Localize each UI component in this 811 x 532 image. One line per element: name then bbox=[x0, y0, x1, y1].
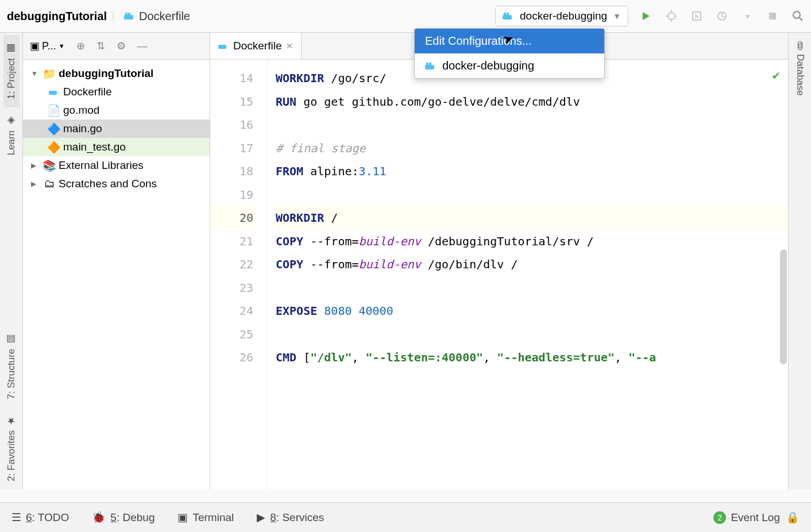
dockerfile-icon bbox=[48, 87, 60, 97]
folder-icon: 📁 bbox=[44, 68, 55, 79]
tree-root[interactable]: ▼ 📁 debuggingTutorial bbox=[23, 64, 210, 83]
chevron-right-icon: ▶ bbox=[31, 180, 40, 188]
project-tree[interactable]: ▼ 📁 debuggingTutorial Dockerfile 📄 go.mo… bbox=[23, 60, 210, 198]
svg-rect-20 bbox=[218, 45, 226, 49]
event-log-label: Event Log bbox=[731, 511, 780, 524]
svg-line-15 bbox=[800, 18, 802, 21]
services-key: 8 bbox=[270, 511, 276, 523]
gear-icon[interactable]: ⚙ bbox=[117, 40, 126, 52]
favorites-tool-tab[interactable]: 2: Favorites ★ bbox=[3, 407, 20, 489]
debug-key: 5 bbox=[110, 511, 117, 523]
chevron-right-icon: 〉 bbox=[110, 9, 121, 23]
project-toolbar: ▣ P... ▼ ⊕ ⇅ ⚙ — bbox=[23, 33, 210, 60]
project-view-label: P... bbox=[42, 40, 56, 52]
breadcrumb-file[interactable]: Dockerfile bbox=[139, 10, 190, 23]
structure-tool-label: 7: Structure bbox=[6, 349, 17, 399]
learn-tool-label: Learn bbox=[6, 130, 17, 155]
hide-icon[interactable]: — bbox=[137, 40, 148, 52]
debug-tool-button[interactable]: 🐞 5: Debug bbox=[92, 511, 155, 524]
dockerfile-icon bbox=[124, 11, 136, 21]
scrollbar[interactable] bbox=[780, 249, 787, 364]
chevron-down-icon: ▼ bbox=[613, 11, 621, 21]
structure-icon: ▤ bbox=[6, 334, 17, 345]
lock-icon[interactable]: 🔒 bbox=[786, 511, 800, 524]
chevron-down-small-icon[interactable]: ▾ bbox=[741, 10, 754, 22]
editor-tab-label: Dockerfile bbox=[233, 40, 281, 52]
profile-button[interactable] bbox=[716, 10, 728, 22]
expand-all-icon[interactable]: ⇅ bbox=[96, 40, 105, 52]
project-tool-label: 1: Project bbox=[6, 58, 17, 99]
tree-file-label: Dockerfile bbox=[63, 86, 111, 98]
project-tool-tab[interactable]: 1: Project ▦ bbox=[3, 35, 20, 107]
project-view-selector[interactable]: ▣ P... ▼ bbox=[30, 40, 65, 52]
services-tool-button[interactable]: ▶ 8: Services bbox=[257, 511, 324, 524]
check-icon: ✔ bbox=[773, 68, 780, 82]
tree-file-label: go.mod bbox=[63, 104, 99, 117]
svg-rect-5 bbox=[507, 13, 509, 15]
tree-file[interactable]: 🔶 main_test.go bbox=[23, 138, 210, 156]
event-log-button[interactable]: 2 Event Log bbox=[713, 511, 780, 524]
todo-icon: ☰ bbox=[11, 511, 21, 524]
database-tool-label: Database bbox=[794, 54, 806, 96]
file-icon: 📄 bbox=[48, 105, 60, 115]
project-panel: ▣ P... ▼ ⊕ ⇅ ⚙ — ▼ 📁 debuggingTutorial D… bbox=[23, 33, 210, 489]
svg-rect-4 bbox=[504, 13, 506, 15]
tree-item-label: External Libraries bbox=[59, 159, 144, 172]
terminal-tool-button[interactable]: ▣ Terminal bbox=[177, 511, 234, 524]
run-button[interactable] bbox=[640, 10, 652, 22]
run-config-item-label: docker-debugging bbox=[442, 59, 534, 72]
svg-rect-16 bbox=[425, 65, 434, 70]
breadcrumb-project[interactable]: debuggingTutorial bbox=[7, 10, 107, 23]
svg-rect-13 bbox=[769, 13, 776, 20]
code-area[interactable]: WORKDIR /go/src/RUN go get github.com/go… bbox=[268, 60, 788, 489]
editor: Dockerfile × 14151617181920212223242526 … bbox=[210, 33, 788, 489]
editor-tab[interactable]: Dockerfile × bbox=[210, 33, 302, 59]
chevron-down-icon: ▼ bbox=[59, 43, 65, 49]
svg-rect-1 bbox=[125, 13, 128, 15]
tree-file-selected[interactable]: 🔷 main.go bbox=[23, 119, 210, 138]
tree-scratches[interactable]: ▶ 🗂 Scratches and Cons bbox=[23, 175, 210, 193]
close-tab-icon[interactable]: × bbox=[286, 40, 292, 52]
todo-tool-button[interactable]: ☰ 6: TODO bbox=[11, 511, 69, 524]
structure-tool-tab[interactable]: 7: Structure ▤ bbox=[3, 326, 20, 407]
database-icon: 🛢 bbox=[794, 41, 806, 51]
breadcrumb[interactable]: debuggingTutorial 〉 Dockerfile bbox=[7, 9, 190, 23]
right-tool-strip: 🛢 Database bbox=[788, 33, 811, 489]
svg-point-6 bbox=[668, 13, 675, 20]
edit-configurations-label: Edit Configurations... bbox=[425, 34, 532, 48]
todo-key: 6 bbox=[26, 511, 32, 523]
learn-tool-tab[interactable]: Learn ◈ bbox=[3, 107, 20, 163]
stop-button[interactable] bbox=[766, 10, 779, 22]
line-gutter: 14151617181920212223242526 bbox=[210, 60, 268, 489]
services-icon: ▶ bbox=[257, 511, 265, 524]
select-opened-icon[interactable]: ⊕ bbox=[76, 40, 85, 52]
tree-item-label: Scratches and Cons bbox=[59, 178, 157, 190]
run-config-selector[interactable]: docker-debugging ▼ bbox=[495, 6, 628, 26]
svg-rect-0 bbox=[124, 15, 133, 20]
tree-root-label: debuggingTutorial bbox=[59, 67, 153, 80]
top-toolbar: debuggingTutorial 〉 Dockerfile docker-de… bbox=[0, 0, 811, 33]
tree-file-label: main.go bbox=[63, 122, 102, 135]
terminal-icon: ▣ bbox=[177, 511, 188, 524]
docker-icon bbox=[503, 11, 514, 21]
event-count-badge: 2 bbox=[713, 511, 726, 524]
tree-external-libs[interactable]: ▶ 📚 External Libraries bbox=[23, 156, 210, 175]
editor-body[interactable]: 14151617181920212223242526 WORKDIR /go/s… bbox=[210, 60, 788, 489]
coverage-button[interactable] bbox=[690, 10, 703, 22]
debug-button[interactable] bbox=[665, 10, 678, 22]
svg-rect-19 bbox=[49, 91, 57, 95]
tree-file[interactable]: Dockerfile bbox=[23, 83, 210, 101]
status-bar: ☰ 6: TODO 🐞 5: Debug ▣ Terminal ▶ 8: Ser… bbox=[0, 502, 811, 532]
bug-icon: 🐞 bbox=[92, 511, 106, 524]
svg-rect-18 bbox=[429, 63, 431, 65]
tree-file-label: main_test.go bbox=[63, 141, 126, 153]
svg-rect-2 bbox=[128, 13, 130, 15]
go-file-icon: 🔷 bbox=[48, 124, 60, 134]
dockerfile-icon bbox=[218, 42, 229, 50]
tree-file[interactable]: 📄 go.mod bbox=[23, 101, 210, 119]
search-button[interactable] bbox=[791, 10, 804, 22]
run-config-item[interactable]: docker-debugging bbox=[415, 53, 604, 78]
project-icon: ▦ bbox=[6, 43, 17, 55]
database-tool-tab[interactable]: 🛢 Database bbox=[792, 33, 808, 104]
svg-rect-17 bbox=[426, 63, 428, 65]
